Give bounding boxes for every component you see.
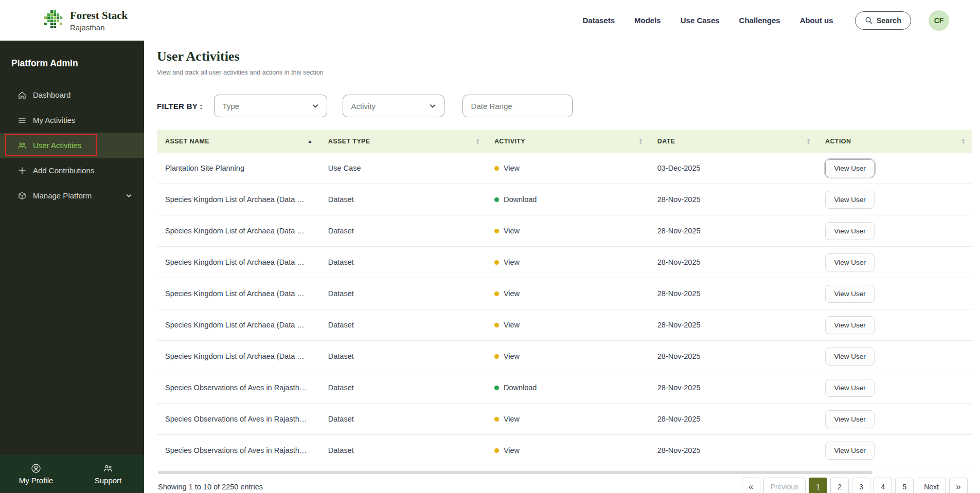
type-filter-select[interactable]: Type	[214, 95, 327, 117]
page-button-1[interactable]: 1	[809, 478, 827, 493]
next-page-button[interactable]: Next	[917, 478, 946, 493]
avatar[interactable]: CF	[929, 10, 949, 31]
sidebar-footer: My Profile Support	[0, 455, 144, 493]
search-icon	[865, 16, 872, 24]
table-row: Plantation Site Planning Use Case View 0…	[157, 153, 972, 184]
activity-cell: View	[486, 309, 649, 340]
activity-filter-placeholder: Activity	[351, 102, 376, 111]
horizontal-scrollbar-thumb[interactable]	[158, 471, 872, 474]
view-user-button[interactable]: View User	[825, 348, 875, 366]
column-header-asset-type[interactable]: ASSET TYPE ▴▾	[320, 130, 486, 153]
activity-label: Download	[504, 384, 537, 392]
asset-type-cell: Dataset	[320, 215, 486, 246]
sort-icon[interactable]: ▴▾	[639, 138, 642, 144]
sidebar-footer-my-profile[interactable]: My Profile	[0, 455, 72, 493]
brand-region: Rajasthan	[70, 23, 128, 32]
view-user-button[interactable]: View User	[825, 159, 875, 177]
activity-cell: Download	[486, 372, 649, 403]
view-user-button[interactable]: View User	[825, 316, 875, 334]
activity-cell: View	[486, 341, 649, 372]
view-user-button[interactable]: View User	[825, 253, 875, 271]
filter-by-label: FILTER BY :	[157, 102, 203, 111]
page-button-5[interactable]: 5	[895, 478, 914, 493]
asset-name-cell: Species Kingdom List of Archaea (Data …	[157, 309, 320, 340]
date-cell: 28-Nov-2025	[649, 404, 817, 434]
sidebar-item-manage-platform[interactable]: Manage Platform	[0, 183, 144, 208]
first-page-button[interactable]: «	[742, 478, 760, 493]
chevron-down-icon	[126, 194, 132, 197]
action-cell: View User	[817, 184, 972, 215]
asset-name-cell: Species Kingdom List of Archaea (Data …	[157, 278, 320, 309]
activity-dot	[494, 354, 499, 359]
table-row: Species Kingdom List of Archaea (Data … …	[157, 247, 972, 278]
activity-dot	[494, 417, 499, 422]
page-subtitle: View and track all user activities and a…	[157, 69, 975, 76]
view-user-button[interactable]: View User	[825, 442, 875, 460]
users-icon	[17, 141, 27, 150]
activity-dot	[494, 197, 499, 202]
action-cell: View User	[817, 247, 972, 278]
sidebar-item-label: Manage Platform	[33, 191, 92, 200]
sort-icon[interactable]: ▴▾	[963, 138, 965, 144]
view-user-button[interactable]: View User	[825, 285, 875, 303]
filter-bar: FILTER BY : Type Activity Date Range	[157, 95, 975, 117]
last-page-button[interactable]: »	[949, 478, 968, 493]
activity-filter-select[interactable]: Activity	[343, 95, 444, 117]
asset-name-cell: Species Observations of Aves in Rajasth…	[157, 435, 320, 466]
app-root: Forest Stack Rajasthan Datasets Models U…	[0, 0, 980, 493]
nav-item-datasets[interactable]: Datasets	[582, 16, 615, 25]
search-label: Search	[877, 16, 901, 25]
asset-name-cell: Species Kingdom List of Archaea (Data …	[157, 341, 320, 372]
sidebar: Platform Admin Dashboard	[0, 41, 144, 493]
page-button-4[interactable]: 4	[874, 478, 892, 493]
column-header-activity[interactable]: ACTIVITY ▴▾	[486, 130, 649, 153]
page-button-3[interactable]: 3	[852, 478, 870, 493]
sidebar-footer-support[interactable]: Support	[72, 455, 144, 493]
table-row: Species Observations of Aves in Rajasth……	[157, 435, 972, 466]
pagination: « Previous 1 2 3 4 5 Next »	[742, 478, 968, 493]
action-cell: View User	[817, 278, 972, 309]
sidebar-item-add-contributions[interactable]: Add Contributions	[0, 158, 144, 183]
page-button-2[interactable]: 2	[830, 478, 849, 493]
sidebar-item-dashboard[interactable]: Dashboard	[0, 82, 144, 107]
activity-label: View	[504, 164, 520, 172]
date-range-input[interactable]: Date Range	[462, 95, 573, 117]
sidebar-title: Platform Admin	[0, 41, 144, 82]
column-header-date[interactable]: DATE ▴▾	[649, 130, 817, 153]
column-header-asset-name[interactable]: ASSET NAME ▲	[157, 130, 320, 153]
sort-asc-icon[interactable]: ▲	[307, 138, 312, 144]
brand[interactable]: Forest Stack Rajasthan	[40, 9, 128, 32]
activity-cell: View	[486, 435, 649, 466]
activity-dot	[494, 291, 499, 296]
showing-entries-text: Showing 1 to 10 of 2250 entries	[158, 483, 263, 491]
nav-item-models[interactable]: Models	[634, 16, 661, 25]
sort-icon[interactable]: ▴▾	[808, 138, 810, 144]
sidebar-item-label: Dashboard	[33, 90, 70, 99]
asset-name-cell: Plantation Site Planning	[157, 153, 320, 184]
previous-page-button[interactable]: Previous	[763, 478, 806, 493]
sidebar-item-label: Add Contributions	[33, 166, 94, 175]
activity-cell: View	[486, 247, 649, 278]
view-user-button[interactable]: View User	[825, 410, 875, 428]
brand-text: Forest Stack Rajasthan	[70, 9, 128, 32]
nav-item-challenges[interactable]: Challenges	[739, 16, 780, 25]
nav-item-use-cases[interactable]: Use Cases	[681, 16, 720, 25]
sidebar-item-label: User Activities	[33, 141, 81, 150]
view-user-button[interactable]: View User	[825, 191, 875, 209]
page-title: User Activities	[157, 49, 975, 64]
date-cell: 28-Nov-2025	[649, 435, 817, 466]
nav-item-about-us[interactable]: About us	[800, 16, 833, 25]
asset-type-cell: Use Case	[320, 153, 486, 184]
action-cell: View User	[817, 435, 972, 466]
sort-icon[interactable]: ▴▾	[477, 138, 479, 144]
view-user-button[interactable]: View User	[825, 379, 875, 397]
asset-name-cell: Species Observations of Aves in Rajasth…	[157, 372, 320, 403]
search-button[interactable]: Search	[855, 11, 911, 30]
asset-type-cell: Dataset	[320, 372, 486, 403]
table-row: Species Kingdom List of Archaea (Data … …	[157, 341, 972, 372]
sidebar-item-user-activities[interactable]: User Activities	[0, 133, 144, 158]
sidebar-item-my-activities[interactable]: My Activities	[0, 107, 144, 133]
view-user-button[interactable]: View User	[825, 222, 875, 240]
column-header-action[interactable]: ACTION ▴▾	[817, 130, 972, 153]
date-cell: 28-Nov-2025	[649, 278, 817, 309]
